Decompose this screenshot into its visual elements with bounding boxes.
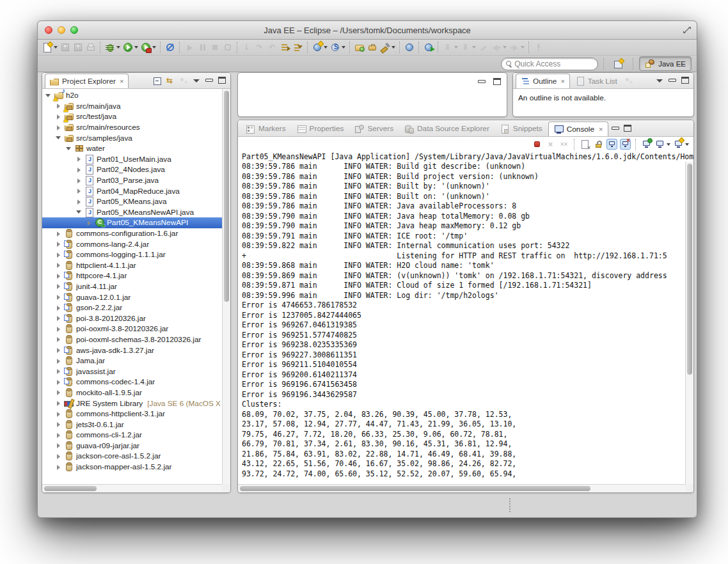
- tree-item-src/main/java[interactable]: src/main/java: [42, 101, 222, 112]
- toolbar-button-forward[interactable]: [508, 40, 526, 54]
- tree-item-part05_kmeans.java[interactable]: Part05_KMeans.java: [42, 196, 222, 207]
- toolbar-button-run-external-tools[interactable]: [139, 40, 157, 54]
- console-button-show-on-stdout[interactable]: [606, 138, 618, 151]
- tree-item-commons-cli-1.2.jar[interactable]: commons-cli-1.2.jar: [42, 430, 222, 441]
- tab-snippets[interactable]: Snippets: [495, 121, 548, 136]
- console-vertical-scrollbar[interactable]: [685, 162, 693, 484]
- minimize-window-button[interactable]: [58, 26, 65, 34]
- toolbar-button-profile[interactable]: [379, 40, 397, 54]
- maximize-view-button[interactable]: [622, 123, 633, 134]
- status-drag-handle[interactable]: [509, 498, 510, 512]
- tab-servers[interactable]: Servers: [349, 121, 399, 136]
- dropdown-arrow-icon[interactable]: [454, 46, 458, 49]
- disclosure-triangle[interactable]: [55, 240, 62, 247]
- close-icon[interactable]: ×: [560, 77, 564, 85]
- tree-item-poi-ooxml-3.8-20120326.jar[interactable]: poi-ooxml-3.8-20120326.jar: [42, 324, 222, 334]
- tree-item-junit-4.11.jar[interactable]: junit-4.11.jar: [42, 281, 222, 292]
- tree-item-jama.jar[interactable]: Jama.jar: [42, 356, 222, 366]
- tree-item-guava-r09-jarjar.jar[interactable]: guava-r09-jarjar.jar: [42, 441, 222, 451]
- tree-item-gson-2.2.2.jar[interactable]: gson-2.2.2.jar: [42, 302, 222, 313]
- scrollbar-thumb[interactable]: [224, 91, 229, 302]
- toolbar-button-web-browser[interactable]: [403, 40, 416, 54]
- project-explorer-vertical-scrollbar[interactable]: [222, 89, 230, 484]
- disclosure-triangle[interactable]: [55, 325, 62, 333]
- toolbar-button-save-as[interactable]: [72, 40, 84, 54]
- disclosure-triangle[interactable]: [55, 453, 62, 460]
- disclosure-triangle[interactable]: [65, 145, 72, 152]
- disclosure-triangle[interactable]: [86, 219, 93, 226]
- console-button-pin-console[interactable]: [640, 138, 653, 151]
- project-explorer-horizontal-scrollbar[interactable]: [42, 484, 222, 492]
- tree-item-src/samples/java[interactable]: src/samples/java: [42, 132, 222, 143]
- console-button-open-console[interactable]: [672, 138, 690, 151]
- console-button-remove-all-terminated[interactable]: [558, 138, 570, 151]
- toolbar-button-back[interactable]: [490, 40, 508, 54]
- tree-item-httpclient-4.1.1.jar[interactable]: httpclient-4.1.1.jar: [42, 260, 222, 271]
- disclosure-triangle[interactable]: [55, 400, 62, 407]
- disclosure-triangle[interactable]: [55, 368, 62, 375]
- toolbar-button-new-web-service[interactable]: [311, 40, 329, 54]
- dropdown-arrow-icon[interactable]: [134, 46, 138, 49]
- disclosure-triangle[interactable]: [55, 272, 62, 279]
- disclosure-triangle[interactable]: [55, 432, 62, 439]
- tree-item-aws-java-sdk-1.3.27.jar[interactable]: aws-java-sdk-1.3.27.jar: [42, 345, 222, 356]
- scrollbar-thumb[interactable]: [240, 486, 590, 491]
- toolbar-button-pin-editor[interactable]: [532, 40, 545, 54]
- dropdown-arrow-icon[interactable]: [116, 46, 120, 49]
- tree-item-commons-logging-1.1.1.jar[interactable]: commons-logging-1.1.1.jar: [42, 249, 222, 260]
- toolbar-button-resume[interactable]: [183, 40, 196, 54]
- console-button-remove-launch[interactable]: [544, 138, 557, 151]
- tree-item-jets3t-0.6.1.jar[interactable]: jets3t-0.6.1.jar: [42, 419, 222, 430]
- disclosure-triangle[interactable]: [75, 208, 83, 215]
- dropdown-arrow-icon[interactable]: [54, 46, 58, 49]
- disclosure-triangle[interactable]: [55, 421, 62, 428]
- disclosure-triangle[interactable]: [55, 411, 62, 418]
- tab-properties[interactable]: Properties: [292, 121, 349, 136]
- toolbar-button-use-step-filters[interactable]: [279, 40, 292, 54]
- dropdown-arrow-icon[interactable]: [392, 46, 395, 49]
- tree-item-part03_parse.java[interactable]: Part03_Parse.java: [42, 175, 222, 186]
- disclosure-triangle[interactable]: [55, 315, 62, 322]
- tree-item-poi-3.8-20120326.jar[interactable]: poi-3.8-20120326.jar: [42, 313, 222, 324]
- tree-item-commons-codec-1.4.jar[interactable]: commons-codec-1.4.jar: [42, 377, 222, 388]
- disclosure-triangle[interactable]: [75, 166, 83, 173]
- dropdown-arrow-icon[interactable]: [667, 143, 670, 146]
- disclosure-triangle[interactable]: [55, 134, 62, 141]
- maximize-view-button[interactable]: [679, 75, 691, 86]
- dropdown-arrow-icon[interactable]: [342, 46, 345, 49]
- disclosure-triangle[interactable]: [75, 187, 83, 194]
- disclosure-triangle[interactable]: [55, 294, 62, 301]
- console-button-display-selected-console[interactable]: [654, 138, 671, 151]
- minimize-view-button[interactable]: [610, 123, 621, 134]
- tab-data-source-explorer[interactable]: Data Source Explorer: [399, 121, 495, 136]
- close-icon[interactable]: ×: [599, 125, 603, 133]
- maximize-editor-button[interactable]: [491, 76, 503, 88]
- view-menu-button[interactable]: [191, 75, 202, 86]
- tree-item-part05_kmeansnewapi.java[interactable]: Part05_KMeansNewAPI.java: [42, 207, 222, 218]
- tree-item-mockito-all-1.9.5.jar[interactable]: mockito-all-1.9.5.jar: [42, 388, 222, 398]
- toolbar-button-step-return[interactable]: [266, 40, 279, 54]
- maximize-view-button[interactable]: [216, 75, 228, 86]
- view-menu-button[interactable]: [654, 75, 665, 86]
- toolbar-button-import[interactable]: [353, 40, 366, 54]
- tab-outline[interactable]: Outline×: [516, 74, 570, 88]
- toolbar-button-debug[interactable]: [104, 40, 122, 54]
- disclosure-triangle[interactable]: [75, 155, 83, 162]
- disclosure-triangle[interactable]: [55, 379, 62, 386]
- disclosure-triangle[interactable]: [55, 304, 62, 311]
- toolbar-button-suspend[interactable]: [196, 40, 209, 54]
- console-button-show-on-stderr[interactable]: [619, 138, 631, 151]
- toolbar-button-terminate[interactable]: [209, 40, 221, 54]
- tab-task-list[interactable]: Task List: [571, 74, 622, 88]
- minimize-view-button[interactable]: [203, 75, 215, 86]
- toolbar-button-run-on-server[interactable]: [422, 40, 435, 54]
- disclosure-triangle[interactable]: [55, 464, 62, 471]
- disclosure-triangle[interactable]: [55, 230, 62, 237]
- tab-markers[interactable]: Markers: [241, 121, 291, 136]
- scrollbar-thumb[interactable]: [687, 164, 692, 375]
- console-horizontal-scrollbar[interactable]: [238, 484, 685, 492]
- tree-item-jackson-core-asl-1.5.2.jar[interactable]: jackson-core-asl-1.5.2.jar: [42, 451, 222, 462]
- tree-item-part04_mapreduce.java[interactable]: Part04_MapReduce.java: [42, 185, 222, 196]
- disclosure-triangle[interactable]: [55, 336, 62, 343]
- disclosure-triangle[interactable]: [55, 124, 62, 131]
